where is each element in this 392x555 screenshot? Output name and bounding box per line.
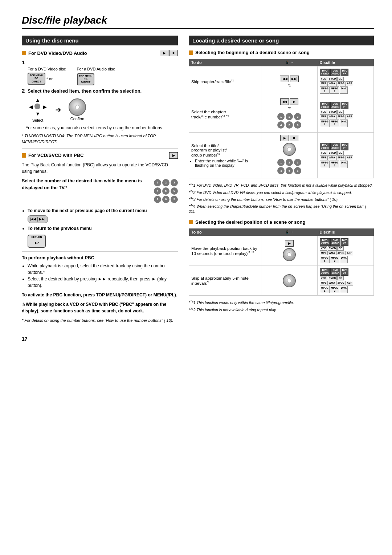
disc-chapter: DVDVIDEO DVDAUDIO DVDVR VCD SVCD CD MP3 <box>318 96 374 133</box>
selecting-position-header: Selecting the desired position of a scen… <box>189 219 374 225</box>
return-button-icon: RETURN ↩ <box>28 235 46 248</box>
dvd-audio-label: For a DVD Audio disc <box>77 67 115 71</box>
badge-dvd-audio: DVDAUDIO <box>330 69 341 76</box>
badge-jpeg: JPEG <box>336 81 346 86</box>
skip-prev-btn: |◀◀ <box>280 76 289 82</box>
stop-button-icon: ■ <box>169 50 178 56</box>
num-btn-9: 9 <box>171 196 178 203</box>
num-btn-6: 6 <box>171 187 178 195</box>
badge-cd: CD <box>337 77 344 81</box>
badge-mpeg2: MPEG2 <box>330 86 340 94</box>
confirm-label: Confirm <box>70 117 85 121</box>
num-btn-4: 4 <box>154 187 161 195</box>
dvd-subsection-header: For DVD Video/DVD Audio ▶ ■ <box>22 50 178 56</box>
orange-square-icon-2 <box>22 153 26 158</box>
table-row-title: Select the title/program or playlist/gro… <box>189 133 374 178</box>
badge-cluster-4: DVDVIDEO DVDAUDIO DVDVR VCD SVCD CD MP3 <box>320 238 371 263</box>
badge-wma: WMA <box>327 81 336 86</box>
replay-btn: ▶ <box>285 240 294 247</box>
section-header-locate: Locating a desired scene or song <box>189 36 374 45</box>
pbc-bold-text: Select the number of the desired item wh… <box>22 178 150 191</box>
pbc-warning: ☆While playing back a VCD or SVCD with P… <box>22 301 178 314</box>
fn1-1: *1*1 For DVD Video, DVD VR, VCD, and SVC… <box>189 182 374 188</box>
right-column: Locating a desired scene or song Selecti… <box>189 36 374 313</box>
orange-sq-icon-3 <box>189 50 193 55</box>
table-row-chapter: Select the chapter/track/file number*3 *… <box>189 96 374 133</box>
play3-btn: ▶ <box>280 135 289 141</box>
selecting-beginning-header: Selecting the beginning of a desired sce… <box>189 50 374 55</box>
step2-number: 2 <box>22 88 25 94</box>
dvd-video-label: For a DVD Video disc <box>28 67 66 71</box>
num-btn-8: 8 <box>162 196 170 203</box>
col-remote-header-2: 📱 → <box>261 228 318 236</box>
remote-skip5 <box>261 266 318 296</box>
disc-skip: DVDVIDEO DVDAUDIO DVDVR VCD SVCD CD MP3 <box>318 66 374 96</box>
select-control: ▲ ◀ ▶ ▼ Select <box>28 97 48 122</box>
footnote1: * TH-D50/TH-D5/TH-D4: The TOP MENU/PG bu… <box>22 133 178 145</box>
footnote2: * For details on using the number button… <box>22 318 178 323</box>
disc-title: DVDVIDEO DVDAUDIO DVDVR VCD SVCD CD MP3 <box>318 133 374 178</box>
disc-replay-icon <box>283 248 296 261</box>
badge-dvd-video: DVDVIDEO <box>320 69 330 76</box>
badge-dvd-vr: DVDVR <box>341 69 348 76</box>
sup1: *1 <box>231 79 234 82</box>
badge-cluster-5: DVDVIDEO DVDAUDIO DVDVR VCD SVCD CD MP3 <box>320 268 371 293</box>
action-replay: Move the playback position back by 10 se… <box>189 236 261 266</box>
remote-skip: |◀◀ ▶▶| *1 <box>261 66 318 96</box>
step1-container: 1 For a DVD Video disc TOP MENUPGDIRECT … <box>22 59 178 85</box>
step2-text: Select the desired item, then confirm th… <box>28 88 142 94</box>
sup2-r: *2 <box>252 251 254 254</box>
note-text: For some discs, you can also select item… <box>25 125 178 131</box>
num-btn-3: 3 <box>171 179 178 186</box>
badge-mp3: MP3 <box>320 81 327 86</box>
table-row-skip5: Skip at approximately 5-minute intervals… <box>189 266 374 296</box>
page-number: 17 <box>22 336 28 342</box>
action-chapter: Select the chapter/track/file number*3 *… <box>189 96 261 133</box>
page-title: Disc/file playback <box>22 15 374 29</box>
col-remote-header: 📱 → <box>261 59 318 66</box>
top-menu-pg-direct-btn: TOP MENUPGDIRECT <box>28 73 45 85</box>
num-btn-7: 7 <box>154 196 161 203</box>
skip-remote-icon: |◀◀ ▶▶| <box>28 215 48 223</box>
disc-icon <box>69 98 86 116</box>
action-skip: Skip chapter/track/file*1 <box>189 66 261 96</box>
num-btn-1: 1 <box>154 179 161 186</box>
num-grid-title: 1 2 3 4 5 6 <box>277 159 301 174</box>
disc-replay: DVDVIDEO DVDAUDIO DVDVR VCD SVCD CD MP3 <box>318 236 374 266</box>
sup2-note: *2 <box>288 106 291 110</box>
enter-number-note: Enter the number while "—" is flashing o… <box>195 159 259 167</box>
rewind-btn: ◀◀ <box>280 98 289 105</box>
badge-mpeg1: MPEG1 <box>320 86 330 94</box>
sup3b: *3 <box>217 152 220 155</box>
table-row-skip: Skip chapter/track/file*1 |◀◀ ▶▶| *1 <box>189 66 374 96</box>
action-skip5: Skip at approximately 5-minute intervals… <box>189 266 261 296</box>
remote-title: ▶ ■ 1 2 3 4 5 6 <box>261 133 318 178</box>
badge-cluster-1: DVDVIDEO DVDAUDIO DVDVR VCD SVCD CD MP3 <box>320 69 371 94</box>
footnotes-1: *1*1 For DVD Video, DVD VR, VCD, and SVC… <box>189 182 374 214</box>
dvd-audio-disc: For a DVD Audio disc TOP MENUPGDIRECT <box>77 67 115 85</box>
fn2-2: *2*2 This function is not available duri… <box>189 307 374 312</box>
badge-asf: ASF <box>346 81 353 86</box>
badge-cluster-2: DVDVIDEO DVDAUDIO DVDVR VCD SVCD CD MP3 <box>320 102 371 127</box>
step1-number: 1 <box>22 59 25 65</box>
stop2-btn: ■ <box>290 135 298 141</box>
disc-skip5-icon <box>283 274 296 287</box>
footnotes-2: *1*1 This function works only within the… <box>189 299 374 312</box>
table-row-replay: Move the playback position back by 10 se… <box>189 236 374 266</box>
without-pbc-bullet2: Select the desired track by pressing ►► … <box>28 276 178 289</box>
play-btn-icon: ▶ <box>169 152 178 159</box>
sup1-note: *1 <box>288 84 291 87</box>
pbc-body: The Play Back Control function (PBC) all… <box>22 162 178 175</box>
play2-btn: ▶ <box>290 98 298 105</box>
fn1-2: *2*2 For DVD Video and DVD VR discs, you… <box>189 189 374 195</box>
disc-icon-table <box>283 143 296 156</box>
fn1-3: *3*3 For details on using the number but… <box>189 196 374 202</box>
confirm-control: Confirm <box>69 98 86 121</box>
section-header-disc-menu: Using the disc menu <box>22 36 178 45</box>
col-todo-header: To do <box>189 59 261 66</box>
step2-container: 2 Select the desired item, then confirm … <box>22 88 178 122</box>
or-text: * or <box>46 77 53 81</box>
disc-skip5: DVDVIDEO DVDAUDIO DVDVR VCD SVCD CD MP3 <box>318 266 374 296</box>
vcd-subsection-header: For VCD/SVCD with PBC ▶ <box>22 152 178 159</box>
fn1-4: *4*4 When selecting the chapter/track/fi… <box>189 203 374 214</box>
